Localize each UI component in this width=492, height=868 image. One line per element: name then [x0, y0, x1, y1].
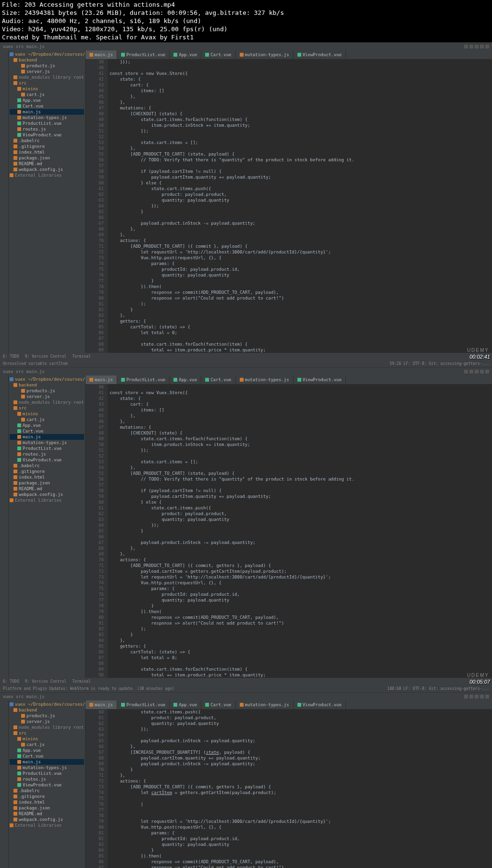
- vc-tab[interactable]: 9: Version Control: [25, 679, 67, 684]
- tree-item[interactable]: main.js: [10, 434, 84, 440]
- tree-item[interactable]: package.json: [10, 480, 84, 486]
- tree-item[interactable]: routes.js: [10, 126, 84, 132]
- editor-tab[interactable]: ViewProduct.vue: [294, 375, 346, 384]
- line-gutter[interactable]: 6061626364656667686970717273747576777879…: [86, 709, 108, 868]
- editor-tab[interactable]: mutation-types.js: [236, 700, 294, 709]
- toolbar-icon[interactable]: [469, 45, 473, 48]
- editor-tab[interactable]: mutation-types.js: [236, 50, 294, 59]
- tree-item[interactable]: Cart.vue: [10, 428, 84, 434]
- toolbar-icon[interactable]: [480, 370, 484, 374]
- tree-item[interactable]: Cart.vue: [10, 103, 84, 109]
- tree-root[interactable]: vuex ~/Dropbox/dev/courses/vuejs/vuex: [10, 51, 84, 57]
- code-content[interactable]: const store = new Vuex.Store({ state: { …: [108, 384, 492, 678]
- tree-item[interactable]: .gitignore: [10, 144, 84, 149]
- tree-item[interactable]: .gitignore: [10, 469, 84, 474]
- toolbar-icon[interactable]: [464, 695, 468, 699]
- tree-item[interactable]: README.md: [10, 811, 84, 817]
- code-content[interactable]: }}); const store = new Vuex.Store({ stat…: [108, 59, 492, 353]
- toolbar-icon[interactable]: [485, 45, 489, 48]
- code-content[interactable]: state.cart.items.push({ product: payload…: [108, 709, 492, 868]
- tree-item[interactable]: routes.js: [10, 451, 84, 457]
- tree-item[interactable]: products.js: [10, 713, 84, 719]
- tree-item[interactable]: cart.js: [10, 92, 84, 97]
- editor-tab[interactable]: ProductList.vue: [117, 50, 170, 59]
- toolbar-icon[interactable]: [475, 370, 479, 374]
- tree-root[interactable]: vuex ~/Dropbox/dev/courses/vuejs/vuex: [10, 376, 84, 382]
- tree-item[interactable]: node_modules library root: [10, 399, 84, 405]
- tree-item[interactable]: index.html: [10, 149, 84, 155]
- tree-item[interactable]: products.js: [10, 63, 84, 69]
- tree-root[interactable]: vuex ~/Dropbox/dev/courses/vuejs/vuex: [10, 701, 84, 707]
- tree-item[interactable]: webpack.config.js: [10, 817, 84, 822]
- toolbar-icon[interactable]: [485, 695, 489, 699]
- tree-item[interactable]: src: [10, 730, 84, 736]
- tree-item[interactable]: webpack.config.js: [10, 492, 84, 497]
- tree-item[interactable]: App.vue: [10, 422, 84, 428]
- tree-item[interactable]: mixins: [10, 86, 84, 92]
- todo-tab[interactable]: 6: TODO: [3, 679, 19, 684]
- tree-item[interactable]: node_modules library root: [10, 724, 84, 730]
- tree-item[interactable]: src: [10, 405, 84, 411]
- editor-tab[interactable]: main.js: [86, 375, 117, 384]
- tree-item[interactable]: backend: [10, 707, 84, 713]
- tree-item[interactable]: ViewProduct.vue: [10, 457, 84, 463]
- tree-item[interactable]: External Libraries: [10, 497, 84, 503]
- tree-item[interactable]: package.json: [10, 155, 84, 161]
- tree-item[interactable]: .gitignore: [10, 794, 84, 799]
- editor-tab[interactable]: main.js: [86, 50, 117, 59]
- toolbar-icon[interactable]: [485, 370, 489, 374]
- editor-tab[interactable]: ViewProduct.vue: [294, 700, 346, 709]
- line-gutter[interactable]: 3940414243444546474849505152535455565758…: [86, 59, 108, 353]
- editor-tab[interactable]: mutation-types.js: [236, 375, 294, 384]
- tree-item[interactable]: mutation-types.js: [10, 765, 84, 771]
- tree-item[interactable]: mixins: [10, 736, 84, 742]
- tree-item[interactable]: ProductList.vue: [10, 121, 84, 126]
- tree-item[interactable]: index.html: [10, 474, 84, 480]
- todo-tab[interactable]: 6: TODO: [3, 354, 19, 359]
- tree-item[interactable]: External Libraries: [10, 822, 84, 828]
- tree-item[interactable]: ViewProduct.vue: [10, 782, 84, 788]
- tree-item[interactable]: server.js: [10, 69, 84, 74]
- tool-window-bar[interactable]: [0, 375, 9, 678]
- project-sidebar[interactable]: vuex ~/Dropbox/dev/courses/vuejs/vuex ba…: [9, 375, 86, 678]
- toolbar-icon[interactable]: [464, 370, 468, 374]
- tree-item[interactable]: backend: [10, 382, 84, 388]
- tree-item[interactable]: ProductList.vue: [10, 446, 84, 451]
- tree-item[interactable]: cart.js: [10, 742, 84, 747]
- tool-window-bar[interactable]: [0, 50, 9, 353]
- toolbar-icon[interactable]: [469, 695, 473, 699]
- tree-item[interactable]: main.js: [10, 759, 84, 765]
- editor-tab[interactable]: Cart.vue: [201, 700, 235, 709]
- tree-item[interactable]: App.vue: [10, 97, 84, 103]
- tree-item[interactable]: src: [10, 80, 84, 86]
- editor-tab[interactable]: main.js: [86, 700, 117, 709]
- tree-item[interactable]: products.js: [10, 388, 84, 394]
- editor-tab[interactable]: ProductList.vue: [117, 700, 170, 709]
- tree-item[interactable]: webpack.config.js: [10, 167, 84, 172]
- editor-tab[interactable]: ViewProduct.vue: [294, 50, 346, 59]
- tree-item[interactable]: README.md: [10, 486, 84, 492]
- tool-window-bar[interactable]: [0, 700, 9, 868]
- tree-item[interactable]: mixins: [10, 411, 84, 417]
- vc-tab[interactable]: 9: Version Control: [25, 354, 67, 359]
- editor-tab[interactable]: Cart.vue: [201, 375, 235, 384]
- toolbar-icon[interactable]: [464, 45, 468, 48]
- tree-item[interactable]: index.html: [10, 799, 84, 805]
- editor-tab[interactable]: Cart.vue: [201, 50, 235, 59]
- editor-tab[interactable]: ProductList.vue: [117, 375, 170, 384]
- tree-item[interactable]: ProductList.vue: [10, 771, 84, 776]
- tree-item[interactable]: Cart.vue: [10, 753, 84, 759]
- line-gutter[interactable]: 4041424344454647484950515253545556575859…: [86, 384, 108, 678]
- toolbar-icon[interactable]: [469, 370, 473, 374]
- tree-item[interactable]: backend: [10, 57, 84, 63]
- tree-item[interactable]: .babelrc: [10, 788, 84, 794]
- tree-item[interactable]: .babelrc: [10, 463, 84, 469]
- terminal-tab[interactable]: Terminal: [72, 354, 91, 359]
- toolbar-icon[interactable]: [475, 695, 479, 699]
- terminal-tab[interactable]: Terminal: [72, 679, 91, 684]
- tree-item[interactable]: server.js: [10, 719, 84, 724]
- tree-item[interactable]: main.js: [10, 109, 84, 115]
- tree-item[interactable]: package.json: [10, 805, 84, 811]
- tree-item[interactable]: routes.js: [10, 776, 84, 782]
- editor-tab[interactable]: App.vue: [170, 700, 201, 709]
